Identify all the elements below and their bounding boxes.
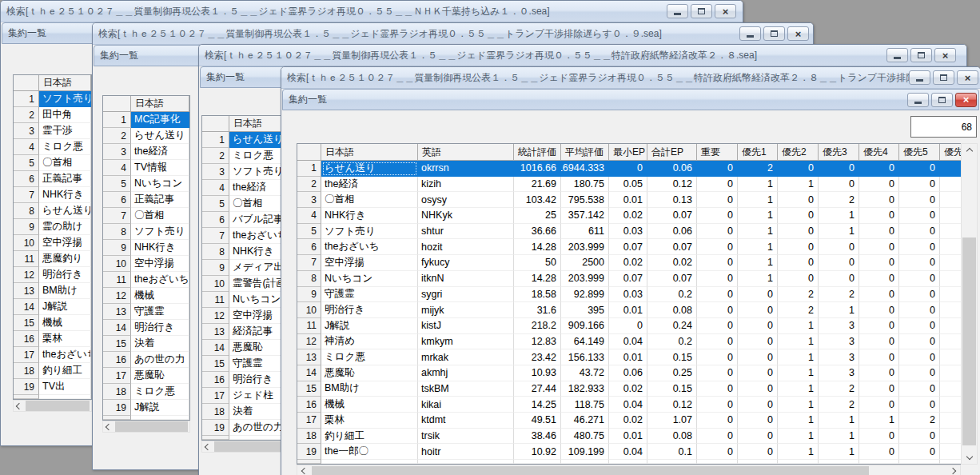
table-cell[interactable]: 0 — [859, 192, 899, 208]
row-number[interactable]: 7 — [202, 228, 229, 244]
horizontal-scrollbar[interactable] — [13, 400, 92, 412]
scrollbar-thumb[interactable] — [214, 441, 286, 452]
table-cell[interactable]: akmhj — [418, 365, 514, 381]
table-cell[interactable]: 0 — [899, 349, 940, 365]
table-cell[interactable]: 0 — [738, 429, 778, 445]
column-header[interactable]: 統計評価 — [514, 144, 561, 161]
row-number[interactable]: 16 — [14, 331, 39, 347]
table-cell[interactable]: 0.24 — [647, 318, 697, 334]
list-item[interactable]: Nいちコン — [131, 176, 189, 192]
row-number[interactable]: 7 — [103, 208, 131, 224]
table-cell[interactable]: 1 — [778, 365, 819, 381]
list-item[interactable]: NHK行き — [131, 240, 189, 256]
table-cell[interactable]: 0.01 — [609, 349, 647, 365]
row-number[interactable]: 7 — [297, 255, 321, 271]
list-item[interactable]: 悪魔恥 — [131, 368, 189, 384]
row-number[interactable]: 5 — [202, 196, 229, 212]
scroll-left-arrow[interactable] — [14, 401, 25, 411]
list-item[interactable]: 霊警告(計画 — [229, 276, 288, 292]
table-cell[interactable]: 0 — [819, 177, 859, 193]
table-cell[interactable]: 182.933 — [561, 381, 609, 397]
column-header[interactable]: 日本語 — [39, 75, 91, 91]
table-cell[interactable]: 0 — [859, 224, 899, 240]
table-cell[interactable]: 0 — [899, 444, 940, 460]
list-item[interactable]: 霊干渉 — [39, 123, 91, 139]
row-number[interactable]: 10 — [297, 302, 321, 318]
scroll-right-arrow[interactable] — [947, 465, 958, 475]
table-cell[interactable]: 218.2 — [514, 318, 561, 334]
table-cell[interactable]: sygri — [418, 287, 514, 303]
row-number[interactable]: 8 — [14, 203, 39, 219]
list-item[interactable]: 田中角 — [39, 107, 91, 123]
table-cell[interactable]: 1016.66 — [514, 161, 561, 177]
table-cell[interactable]: 0 — [778, 239, 819, 255]
table-cell[interactable]: 0 — [859, 287, 899, 303]
table-cell[interactable]: 23.42 — [514, 349, 561, 365]
table-cell[interactable]: 0 — [899, 161, 940, 177]
table-cell[interactable]: 25 — [514, 208, 561, 224]
table-cell[interactable]: 0 — [778, 161, 819, 177]
list-item[interactable]: NHK行き — [39, 187, 91, 203]
table-cell[interactable]: 0 — [697, 208, 738, 224]
table-cell[interactable]: 0 — [859, 239, 899, 255]
list-item[interactable]: メディア出る — [229, 260, 288, 276]
table-cell[interactable] — [940, 287, 962, 303]
scrollbar-thumb[interactable] — [115, 421, 188, 432]
table-cell[interactable]: 0 — [697, 239, 738, 255]
table-cell[interactable]: 0 — [899, 192, 940, 208]
table-cell[interactable]: 2 — [899, 413, 940, 429]
list-item[interactable]: ミロク悪 — [229, 148, 288, 164]
table-cell[interactable]: 1 — [738, 224, 778, 240]
maximize-button[interactable] — [910, 48, 932, 62]
row-number[interactable]: 4 — [202, 180, 229, 196]
table-cell[interactable]: 180.75 — [561, 177, 609, 193]
table-cell[interactable]: 1 — [778, 397, 819, 413]
table-cell[interactable]: 0.12 — [647, 397, 697, 413]
table-cell[interactable]: 156.133 — [561, 349, 609, 365]
row-number[interactable]: 8 — [297, 271, 321, 287]
list-item[interactable]: らせん送り — [131, 128, 189, 144]
row-number[interactable]: 10 — [14, 235, 39, 251]
window-titlebar[interactable]: 検索[ｔｈｅ２５１０２７＿＿質量制御再現公表１．５＿＿ジェド霊界ラジオ再現０．５… — [93, 23, 813, 45]
table-cell[interactable]: 1 — [778, 444, 819, 460]
table-cell[interactable]: 480.75 — [561, 429, 609, 445]
table-cell[interactable]: 10.92 — [514, 444, 561, 460]
table-cell[interactable]: ミロク悪 — [321, 349, 418, 365]
table-cell[interactable]: 0 — [697, 287, 738, 303]
table-cell[interactable]: 0.01 — [609, 429, 647, 445]
table-cell[interactable] — [940, 192, 962, 208]
table-cell[interactable] — [940, 239, 962, 255]
table-cell[interactable]: 43.72 — [561, 365, 609, 381]
minimize-button[interactable] — [667, 4, 688, 18]
row-number[interactable]: 8 — [103, 224, 131, 240]
table-cell[interactable]: 0 — [778, 271, 819, 287]
table-cell[interactable] — [940, 318, 962, 334]
table-cell[interactable]: 0.25 — [647, 365, 697, 381]
row-number[interactable]: 8 — [202, 244, 229, 260]
table-cell[interactable]: 0 — [697, 161, 738, 177]
table-cell[interactable]: 16944.333 — [561, 161, 609, 177]
table-cell[interactable]: 2 — [819, 397, 859, 413]
table-cell[interactable]: 2 — [819, 381, 859, 397]
table-cell[interactable]: 64.149 — [561, 334, 609, 350]
list-item[interactable]: 悪魔恥 — [229, 340, 288, 356]
scroll-left-arrow[interactable] — [103, 421, 114, 432]
column-header[interactable]: 優先5 — [899, 144, 940, 161]
row-number[interactable]: 18 — [14, 363, 39, 379]
row-number[interactable]: 11 — [297, 318, 321, 334]
table-cell[interactable]: hozit — [418, 239, 514, 255]
maximize-button[interactable] — [931, 93, 953, 107]
list-item[interactable]: Nいちコン — [229, 292, 288, 308]
table-cell[interactable]: 0.13 — [647, 192, 697, 208]
table-cell[interactable]: 0.04 — [609, 334, 647, 350]
minimize-button[interactable] — [739, 26, 761, 41]
list-item[interactable]: 経済記事 — [229, 324, 288, 340]
table-cell[interactable]: 0 — [697, 255, 738, 271]
table-cell[interactable]: tskBM — [418, 381, 514, 397]
table-cell[interactable]: 0 — [738, 444, 778, 460]
row-number[interactable]: 9 — [14, 219, 39, 235]
column-header[interactable]: 日本語 — [321, 144, 418, 161]
table-cell[interactable]: 0.03 — [609, 287, 647, 303]
table-cell[interactable]: 1 — [819, 444, 859, 460]
table-cell[interactable]: 0 — [778, 224, 819, 240]
